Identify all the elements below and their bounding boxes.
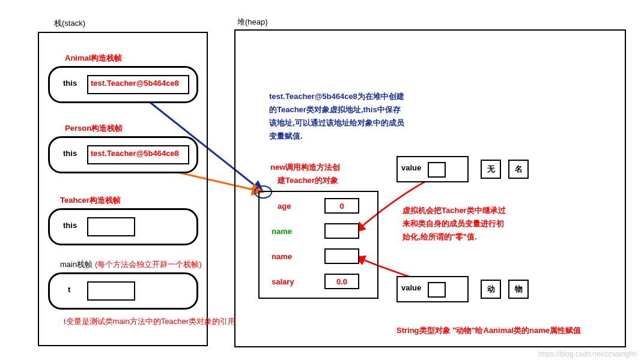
string1-value-label: value (401, 163, 421, 172)
new-note-l2: 建Teacher的对象 (278, 175, 338, 186)
salary-label: salary (272, 277, 294, 286)
string-note: String类型对象 "动物"给Aanimal类的name属性赋值 (396, 325, 581, 336)
watermark: https://blog.csdn.net/ccwangfei (538, 350, 637, 358)
age-label: age (278, 202, 291, 211)
stack-title: 栈(stack) (54, 18, 85, 29)
string1-char2: 名 (508, 160, 529, 179)
person-frame: this test.Teacher@5b464ce8 (48, 136, 198, 173)
t-note: t变量是测试类main方法中的Teacher类对象的引用 (64, 316, 235, 327)
t-label: t (68, 285, 70, 294)
new-note-l1: new调用构造方法创 (270, 162, 340, 173)
heap-explain: test.Teacher@5b464ce8为在堆中创建的Teacher类对象虚拟… (269, 90, 404, 143)
animal-this-value: test.Teacher@5b464ce8 (91, 79, 179, 88)
person-frame-title: Person构造栈帧 (65, 123, 123, 134)
string2-inner (428, 282, 446, 298)
animal-this-label: this (63, 79, 77, 88)
teacher-frame: this (48, 208, 198, 245)
main-frame-title: main栈帧 (60, 259, 93, 270)
heap-title: 堆(heap) (237, 17, 268, 28)
string2-char2: 物 (508, 280, 529, 299)
person-this-label: this (63, 149, 77, 158)
teacher-this-box (87, 217, 135, 236)
teacher-this-label: this (63, 221, 77, 230)
string1-char1: 无 (481, 160, 501, 179)
main-frame-note: (每个方法会独立开辟一个栈帧) (95, 259, 202, 270)
name1-box (324, 223, 359, 239)
string1-inner (428, 162, 446, 178)
name2-box (324, 248, 359, 264)
zero-note: 虚拟机会把Tacher类中继承过来和类自身的成员变量进行初始化,给所谓的"零"值… (402, 204, 508, 244)
animal-frame-title: Animal构造栈帧 (65, 53, 122, 64)
main-frame: t (48, 272, 198, 310)
string2-value-label: value (401, 283, 421, 292)
person-this-value: test.Teacher@5b464ce8 (91, 149, 179, 158)
string1-box: value (396, 156, 469, 182)
age-value: 0 (324, 198, 359, 214)
teacher-frame-title: Teahcer构造栈帧 (60, 195, 121, 206)
name2-label: name (272, 252, 292, 261)
t-box (87, 281, 135, 301)
animal-frame: this test.Teacher@5b464ce8 (48, 66, 198, 103)
string2-char1: 动 (481, 280, 501, 299)
string2-box: value (396, 276, 469, 302)
name1-label: name (272, 227, 292, 236)
salary-value: 0.0 (324, 274, 359, 289)
